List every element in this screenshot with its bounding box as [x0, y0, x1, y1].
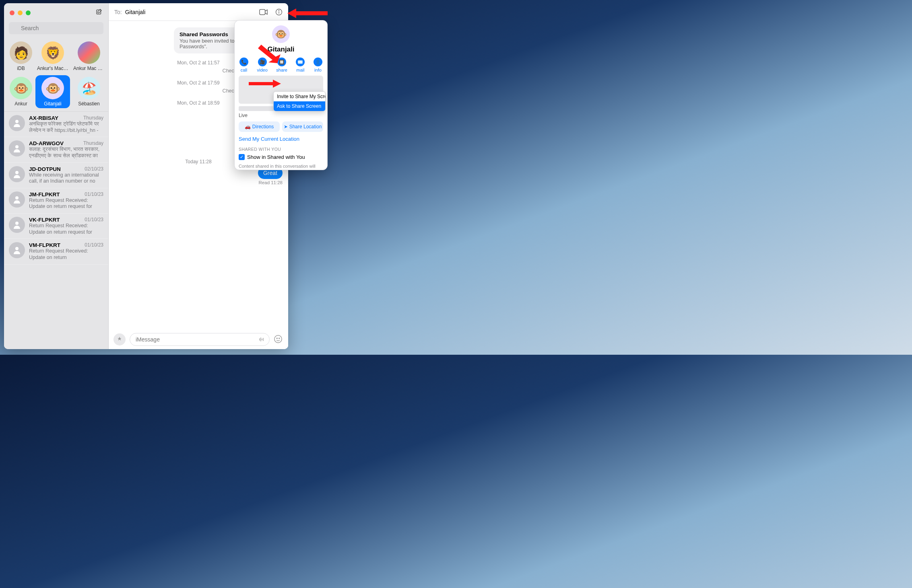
ask-to-share-screen[interactable]: Ask to Share Screen: [274, 101, 325, 111]
section-header: Shared with You: [239, 147, 323, 152]
share-location-button[interactable]: ➤Share Location: [282, 121, 323, 132]
pinned-label: Gitanjali: [44, 101, 61, 107]
send-current-location[interactable]: Send My Current Location: [239, 136, 323, 142]
share-dropdown: Invite to Share My Screen Ask to Share S…: [273, 91, 326, 111]
pinned-label: Ankur Mac mini: [73, 66, 105, 71]
action-label: call: [241, 68, 248, 72]
svg-point-15: [274, 335, 282, 343]
action-label: mail: [296, 68, 304, 72]
composer: [109, 330, 288, 349]
conversation-list: AX-RBISAYThursdayअनधिकृत फोरेक्स ट्रेडिं…: [4, 111, 108, 349]
compose-button[interactable]: [95, 8, 103, 17]
avatar: [78, 41, 100, 64]
conversation-name: JD-DOTPUN: [29, 166, 61, 172]
shared-content-description: Content shared in this conversation will…: [239, 163, 323, 170]
svg-point-17: [279, 338, 280, 339]
annotation-arrow: [249, 79, 281, 88]
emoji-picker[interactable]: [274, 335, 283, 344]
avatar: 🦁: [41, 41, 64, 64]
svg-rect-8: [260, 9, 265, 14]
avatar: 🏖️: [78, 77, 100, 99]
pinned-conversation[interactable]: 🐵Gitanjali: [35, 75, 70, 108]
annotation-arrow: [287, 7, 328, 19]
facetime-button[interactable]: [259, 9, 268, 15]
conversation-name: AX-RBISAY: [29, 115, 58, 121]
conversation-row[interactable]: AX-RBISAYThursdayअनधिकृत फोरेक्स ट्रेडिं…: [4, 112, 108, 137]
avatar: [9, 217, 25, 233]
minimize-window[interactable]: [18, 10, 23, 15]
conversation-preview: Return Request Received: Update on retur…: [29, 248, 103, 261]
svg-point-16: [276, 338, 277, 339]
action-label: video: [257, 68, 268, 72]
pinned-label: Ankur: [14, 101, 27, 107]
to-label: To:: [114, 9, 122, 15]
invite-share-my-screen[interactable]: Invite to Share My Screen: [274, 92, 325, 101]
avatar: [9, 191, 25, 208]
avatar: 🐵: [41, 77, 64, 99]
conversation-row[interactable]: VK-FLPKRT01/10/23Return Request Received…: [4, 214, 108, 239]
svg-rect-11: [259, 338, 260, 341]
conversation-name: VM-FLPKRT: [29, 242, 60, 248]
conversation-time: 01/10/23: [85, 191, 103, 197]
directions-button[interactable]: 🚗Directions: [239, 121, 280, 132]
avatar: [9, 242, 25, 258]
info-button[interactable]: [275, 8, 283, 16]
pinned-label: iDB: [17, 66, 25, 71]
conversation-preview: While receiving an international call, i…: [29, 172, 103, 185]
read-receipt: Read 11:28: [114, 180, 283, 185]
svg-point-10: [279, 10, 279, 11]
conversation-preview: सलाह: दूरसंचार विभाग, भारत सरकार, एनडीएम…: [29, 146, 103, 159]
dictation-icon[interactable]: [258, 336, 265, 344]
mail-action[interactable]: ✉️mail: [296, 58, 305, 72]
svg-marker-18: [287, 8, 328, 18]
svg-marker-20: [249, 80, 281, 88]
checkbox-checked-icon: ✓: [239, 154, 245, 160]
conversation-row[interactable]: JM-FLPKRT01/10/23Return Request Received…: [4, 188, 108, 214]
conversation-time: 02/10/23: [85, 166, 103, 172]
close-window[interactable]: [10, 10, 14, 15]
conversation-name: JM-FLPKRT: [29, 191, 60, 197]
svg-point-4: [15, 171, 19, 174]
conversation-time: 01/10/23: [85, 217, 103, 223]
pinned-conversation[interactable]: 🐵Ankur: [8, 75, 34, 108]
svg-point-3: [15, 145, 19, 148]
contact-avatar: 🐵: [272, 25, 290, 43]
apps-button[interactable]: [113, 333, 126, 345]
annotation-arrow: [253, 43, 281, 63]
conversation-row[interactable]: AD-ARWGOVThursdayसलाह: दूरसंचार विभाग, भ…: [4, 137, 108, 162]
conversation-preview: Return Request Received: Update on retur…: [29, 223, 103, 235]
svg-rect-13: [262, 339, 262, 340]
conversation-time: 01/10/23: [85, 242, 103, 248]
pinned-conversation[interactable]: 🧑iDB: [8, 40, 34, 73]
svg-point-6: [15, 222, 19, 225]
svg-rect-12: [260, 337, 261, 341]
action-label: info: [314, 68, 322, 72]
pinned-label: Sébastien: [78, 101, 99, 107]
conversation-preview: Return Request Received: Update on retur…: [29, 197, 103, 210]
conversation-row[interactable]: VM-FLPKRT01/10/23Return Request Received…: [4, 239, 108, 264]
info-icon: 👤: [314, 58, 322, 66]
avatar: 🧑: [10, 41, 32, 64]
avatar: [9, 166, 25, 182]
svg-point-2: [15, 120, 19, 123]
pinned-conversation[interactable]: 🏖️Sébastien: [72, 75, 106, 108]
conversation-time: Thursday: [83, 115, 103, 121]
conversation-row[interactable]: JD-DOTPUN02/10/23While receiving an inte…: [4, 163, 108, 188]
zoom-window[interactable]: [26, 10, 31, 15]
svg-marker-19: [258, 45, 281, 63]
window-controls: [4, 3, 108, 21]
avatar: 🐵: [10, 77, 32, 99]
pinned-conversation[interactable]: 🦁Ankur's MacBook: [35, 40, 70, 73]
info-action[interactable]: 👤info: [314, 58, 322, 72]
call-icon: 📞: [239, 58, 248, 66]
recipient-name: Gitanjali: [125, 9, 146, 15]
show-in-shared-with-you-row[interactable]: ✓ Show in Shared with You: [239, 154, 323, 160]
pinned-conversation[interactable]: Ankur Mac mini: [72, 40, 106, 73]
message-input[interactable]: [130, 333, 270, 346]
conversation-name: VK-FLPKRT: [29, 217, 60, 223]
call-action[interactable]: 📞call: [239, 58, 248, 72]
mail-icon: ✉️: [296, 58, 305, 66]
search-input[interactable]: [9, 22, 103, 34]
live-label: Live: [239, 113, 323, 118]
conversation-time: Thursday: [83, 140, 103, 146]
